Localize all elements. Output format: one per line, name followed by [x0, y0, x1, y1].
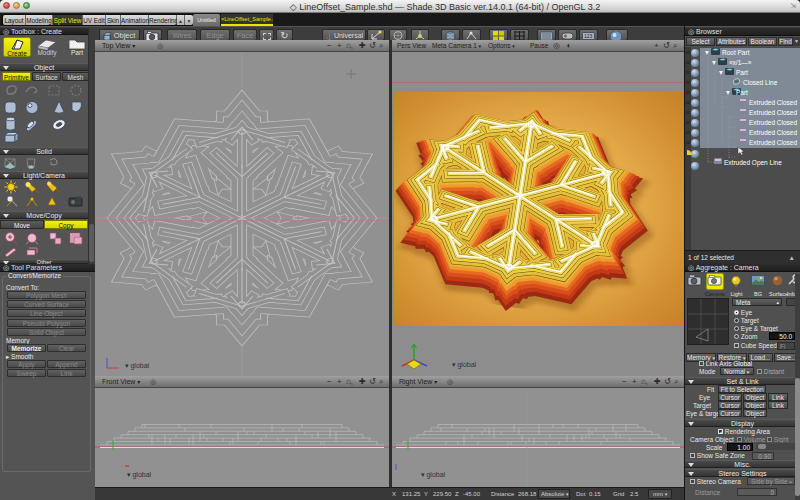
svg-text:Extruded Closed: Extruded Closed	[749, 129, 797, 136]
svg-text:Extruded Open Line: Extruded Open Line	[724, 159, 782, 167]
svg-text:Extruded Closed: Extruded Closed	[749, 139, 797, 146]
svg-text:123: 123	[584, 33, 593, 39]
svg-text:Closed Line: Closed Line	[743, 79, 778, 86]
svg-text:Root Part: Root Part	[722, 49, 750, 56]
svg-text:Extruded Closed: Extruded Closed	[749, 119, 797, 126]
svg-text:Part: Part	[736, 69, 748, 76]
svg-text:«x/1—»: «x/1—»	[729, 59, 752, 66]
svg-text:Extruded Closed: Extruded Closed	[749, 109, 797, 116]
svg-text:Part: Part	[736, 89, 748, 96]
svg-text:Extruded Closed: Extruded Closed	[749, 99, 797, 106]
